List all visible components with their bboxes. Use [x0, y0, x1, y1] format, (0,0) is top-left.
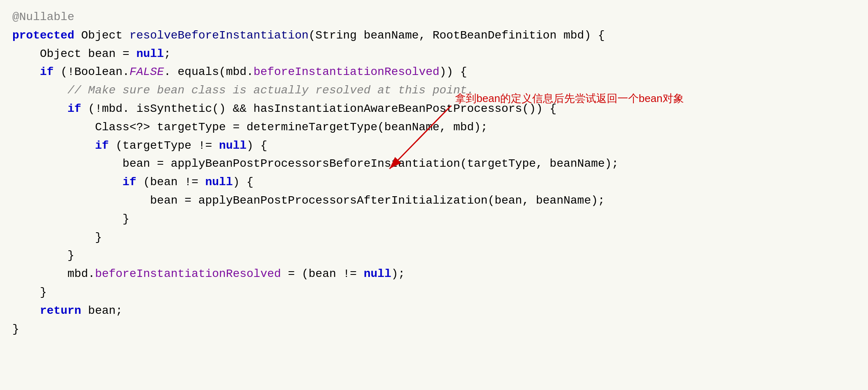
- code-block: @Nullable protected Object resolveBefore…: [12, 8, 856, 338]
- code-line-6: if (!mbd. isSynthetic() && hasInstantiat…: [12, 100, 856, 118]
- code-line-7: Class<?> targetType = determineTargetTyp…: [12, 118, 856, 137]
- code-line-4: if (!Boolean.FALSE. equals(mbd.beforeIns…: [12, 63, 856, 82]
- code-line-1: @Nullable: [12, 8, 856, 27]
- code-line-16: }: [12, 283, 856, 302]
- code-line-10: if (bean != null) {: [12, 173, 856, 192]
- code-line-15: mbd.beforeInstantiationResolved = (bean …: [12, 265, 856, 283]
- code-line-9: bean = applyBeanPostProcessorsBeforeInst…: [12, 155, 856, 173]
- code-line-14: }: [12, 247, 856, 265]
- code-line-11: bean = applyBeanPostProcessorsAfterIniti…: [12, 192, 856, 210]
- code-line-13: }: [12, 229, 856, 247]
- code-line-17: return bean;: [12, 302, 856, 320]
- code-line-3: Object bean = null;: [12, 45, 856, 63]
- code-line-12: }: [12, 210, 856, 229]
- code-line-5: // Make sure bean class is actually reso…: [12, 82, 856, 100]
- code-line-8: if (targetType != null) {: [12, 137, 856, 155]
- code-line-2: protected Object resolveBeforeInstantiat…: [12, 27, 856, 45]
- code-line-18: }: [12, 320, 856, 339]
